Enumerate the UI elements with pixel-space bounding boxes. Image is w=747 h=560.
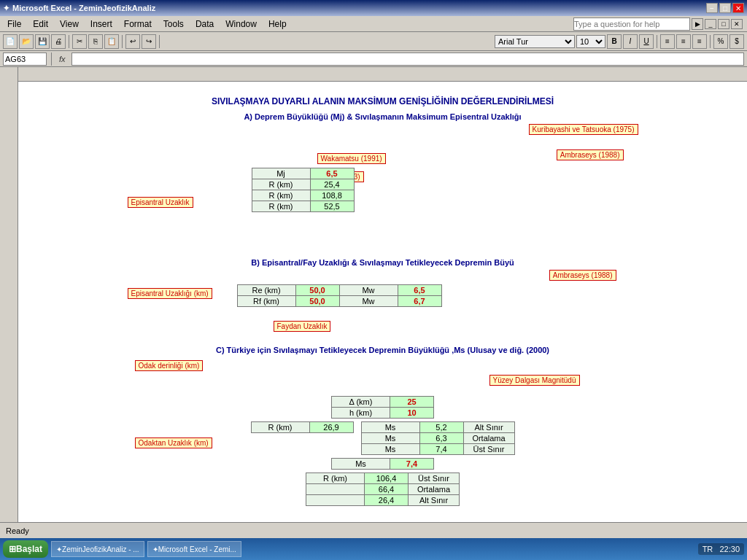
clock: 22:30 (719, 545, 740, 553)
align-center-button[interactable]: ≡ (676, 34, 691, 49)
ms2-value[interactable]: 6,3 (419, 433, 463, 444)
start-icon: ⊞ (9, 544, 16, 554)
font-name-select[interactable]: Arial Tur (495, 35, 575, 48)
menu-item-format[interactable]: Format (118, 18, 158, 31)
language-indicator: TR (703, 545, 713, 553)
cell-reference-box[interactable]: AG63 (3, 52, 47, 66)
rf2-value[interactable]: 66,4 (365, 484, 409, 495)
odak-derinligi-label: Odak derinliği (km) (135, 360, 204, 371)
table-row: Rf (km) 50,0 Mw 6,7 (237, 296, 441, 307)
table-row: Mj 6,5 (252, 168, 354, 179)
start-button[interactable]: ⊞ Başlat (3, 540, 48, 558)
help-search-button[interactable]: ▶ (692, 18, 703, 30)
align-right-button[interactable]: ≡ (692, 34, 707, 49)
table-row: Δ (km) 25 (332, 397, 434, 408)
taskbar-window-2[interactable]: ✦ Microsoft Excel - Zemi... (147, 541, 241, 557)
rf1-label: R (km) (306, 473, 365, 484)
table-row: R (km) 26,9 (251, 422, 353, 433)
menu-item-data[interactable]: Data (190, 18, 220, 31)
cut-button[interactable]: ✂ (72, 34, 87, 49)
taskbar-window-1[interactable]: ✦ ZeminJeofizikAnaliz - ... (51, 541, 144, 557)
align-left-button[interactable]: ≡ (660, 34, 675, 49)
r-final-table: R (km) 106,4 Üst Sınır 66,4 Ortalama 26,… (306, 472, 460, 506)
menu-item-tools[interactable]: Tools (158, 18, 190, 31)
table-a: Mj 6,5 R (km) 25,4 R (km) 108,8 R (km) (252, 168, 355, 212)
menu-item-view[interactable]: View (54, 18, 85, 31)
menu-item-edit[interactable]: Edit (27, 18, 54, 31)
ms-rows-table: Ms 5,2 Alt Sınır Ms 6,3 Ortalama Ms (361, 421, 515, 455)
rf-label: Rf (km) (237, 296, 295, 307)
cell-area[interactable]: SIVILAŞMAYA DUYARLI ALANIN MAKSİMUM GENİ… (18, 82, 747, 522)
menu-item-window[interactable]: Window (220, 18, 263, 31)
menu-item-help[interactable]: Help (263, 18, 293, 31)
taskbar-left: ⊞ Başlat ✦ ZeminJeofizikAnaliz - ... ✦ M… (3, 540, 241, 558)
delta-value[interactable]: 25 (390, 397, 434, 408)
ms1-value[interactable]: 5,2 (419, 422, 463, 433)
mw2-value[interactable]: 6,7 (398, 296, 441, 307)
minimize-excel-button[interactable]: _ (705, 19, 716, 29)
mw1-value[interactable]: 6,5 (398, 285, 441, 296)
h-value[interactable]: 10 (390, 408, 434, 419)
copy-button[interactable]: ⎘ (88, 34, 103, 49)
r1-value[interactable]: 25,4 (310, 179, 354, 190)
excel-icon-2: ✦ (152, 545, 158, 553)
underline-button[interactable]: U (639, 34, 654, 49)
wakamatsu1991-annotation: Wakamatsu (1991) (317, 153, 386, 164)
currency-button[interactable]: $ (729, 34, 744, 49)
yuzey-dalgasi-label: Yüzey Dalgası Magnitüdü (489, 375, 580, 386)
mw2-label: Mw (339, 296, 398, 307)
table-row: 26,4 Alt Sınır (306, 495, 460, 506)
italic-button[interactable]: I (623, 34, 638, 49)
paste-button[interactable]: 📋 (104, 34, 119, 49)
rf1-value[interactable]: 106,4 (365, 473, 409, 484)
redo-button[interactable]: ↪ (142, 34, 156, 49)
r-result-table: R (km) 26,9 (251, 421, 354, 433)
rf3-label (306, 495, 365, 506)
percent-button[interactable]: % (713, 34, 728, 49)
odaktan-uzaklik-label: Odaktan Uzaklık (km) (135, 438, 212, 448)
menu-item-file[interactable]: File (1, 18, 27, 31)
restore-excel-button[interactable]: □ (718, 19, 729, 29)
table-row: R (km) 52,5 (252, 201, 354, 212)
table-row: Re (km) 50,0 Mw 6,5 (237, 285, 441, 296)
rf3-desc: Alt Sınır (409, 495, 460, 506)
font-size-select[interactable]: 10 (576, 35, 605, 48)
help-search-input[interactable] (573, 18, 690, 31)
save-button[interactable]: 💾 (35, 34, 50, 49)
ms-sel-value[interactable]: 7,4 (390, 459, 434, 470)
row-numbers (0, 67, 18, 522)
r-result-value[interactable]: 26,9 (309, 422, 353, 433)
r3-value[interactable]: 52,5 (310, 201, 354, 212)
mj-value[interactable]: 6,5 (310, 168, 354, 179)
formula-input[interactable] (71, 52, 744, 66)
menu-bar: File Edit View Insert Format Tools Data … (0, 16, 747, 32)
title-bar-controls[interactable]: − □ ✕ (706, 3, 744, 13)
rf-value[interactable]: 50,0 (295, 296, 339, 307)
content-wrapper: SIVILAŞMAYA DUYARLI ALANIN MAKSİMUM GENİ… (18, 82, 747, 521)
menu-item-insert[interactable]: Insert (85, 18, 118, 31)
r2-label: R (km) (252, 190, 310, 201)
table-row: 66,4 Ortalama (306, 484, 460, 495)
section-a-title: A) Deprem Büyüklüğü (Mj) & Sıvılaşmanın … (33, 112, 732, 121)
print-button[interactable]: 🖨 (51, 34, 66, 49)
rf3-value[interactable]: 26,4 (365, 495, 409, 506)
open-button[interactable]: 📂 (19, 34, 34, 49)
ms3-value[interactable]: 7,4 (419, 444, 463, 455)
taskbar-right: TR 22:30 (698, 543, 744, 555)
status-bar: Ready (0, 522, 747, 538)
new-button[interactable]: 📄 (3, 34, 18, 49)
minimize-button[interactable]: − (706, 3, 718, 13)
page-title: SIVILAŞMAYA DUYARLI ALANIN MAKSİMUM GENİ… (33, 96, 732, 106)
close-button[interactable]: ✕ (732, 3, 744, 13)
restore-button[interactable]: □ (719, 3, 731, 13)
re-value[interactable]: 50,0 (295, 285, 339, 296)
bold-button[interactable]: B (607, 34, 622, 49)
table-row: R (km) 106,4 Üst Sınır (306, 473, 460, 484)
ms-selected-wrapper: Ms 7,4 (128, 458, 638, 470)
r2-value[interactable]: 108,8 (310, 190, 354, 201)
undo-button[interactable]: ↩ (125, 34, 140, 49)
table-row: R (km) 108,8 (252, 190, 354, 201)
table-row: Ms 7,4 Üst Sınır (361, 444, 514, 455)
r1-label: R (km) (252, 179, 310, 190)
close-excel-button[interactable]: ✕ (731, 19, 743, 29)
